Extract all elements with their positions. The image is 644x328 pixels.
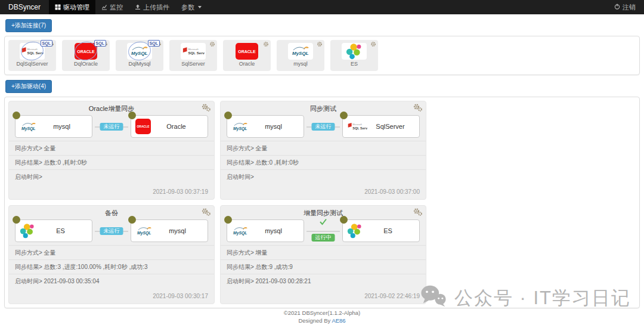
status-dot (224, 216, 232, 224)
svg-text:MySQL: MySQL (233, 230, 247, 235)
svg-text:MySQL: MySQL (233, 126, 247, 131)
watermark: 公众号 · IT学习日记 (420, 284, 631, 312)
connection-card-dqlsqlserver[interactable]: Microsoft SQL Server SQL DqlSqlServer (8, 40, 56, 71)
svg-text:SQL Server: SQL Server (352, 126, 367, 130)
connection-card-oracle[interactable]: ORACLE Oracle (223, 40, 271, 71)
connection-card-mysql[interactable]: MySQL mysql (277, 40, 324, 71)
gear-icon[interactable] (209, 41, 215, 48)
status-dot (128, 112, 136, 119)
svg-text:Microsoft: Microsoft (352, 123, 362, 126)
source-connector[interactable]: MySQL mysql (227, 219, 304, 242)
nav-item-monitor[interactable]: 监控 (95, 0, 129, 14)
driver-title: 同步测试 (221, 104, 426, 113)
sqlserver-logo-icon: MicrosoftSQL Server (347, 122, 367, 131)
svg-text:MySQL: MySQL (21, 126, 35, 131)
sql-badge: SQL (148, 40, 160, 47)
driver-card-oracle-incremental[interactable]: Oracle增量同步 MySQL mysql ORACLE Oracle (8, 101, 215, 200)
mapping-flow: MySQL mysql MicrosoftSQL Server SqlServe… (227, 113, 420, 141)
mysql-logo-icon: MySQL (231, 122, 249, 132)
status-dot (340, 112, 348, 119)
add-connection-button[interactable]: +添加连接(7) (5, 19, 52, 32)
sql-badge: SQL (94, 40, 106, 47)
nav-item-upload-plugin[interactable]: 上传插件 (129, 0, 175, 14)
target-connector[interactable]: ORACLE Oracle (131, 115, 208, 138)
gears-icon[interactable] (202, 104, 210, 113)
logout-button[interactable]: 注销 (606, 0, 644, 14)
mysql-logo-icon: MySQL (135, 226, 153, 236)
driver-card-sync-test[interactable]: 同步测试 MySQL mysql MicrosoftSQL Server Sql… (220, 101, 426, 200)
mapping-flow: ES MySQL mysql 未运行 (15, 218, 208, 245)
wechat-icon (420, 284, 447, 312)
start-time-row: 启动时间> 2021-09-03 00:28:21 (221, 274, 426, 288)
mysql-logo-icon: MySQL (231, 226, 249, 236)
mysql-logo-icon: MySQL SQL (127, 43, 152, 60)
svg-text:MySQL: MySQL (137, 230, 151, 235)
page: { "navbar": { "brand": "DBSyncer", "item… (0, 0, 644, 328)
add-driver-button[interactable]: +添加驱动(4) (5, 80, 52, 93)
oracle-logo-icon: ORACLE (135, 119, 151, 134)
sync-mode-row: 同步方式> 全量 (9, 141, 214, 155)
gears-icon[interactable] (202, 208, 210, 217)
state-badge: 未运行 (100, 123, 123, 131)
driver-card-incremental-test[interactable]: 增量同步测试 MySQL mysql ES (220, 205, 426, 304)
target-name: ES (363, 227, 419, 234)
oracle-logo-icon: ORACLE (234, 43, 259, 60)
footer: ©2021 DBSyncer(1.1.2-Alpha) Designed By … (0, 309, 644, 324)
gear-icon[interactable] (317, 41, 323, 48)
nav-item-label: 参数 (181, 3, 194, 12)
start-time-row: 启动时间> 2021-09-03 00:35:04 (9, 274, 214, 288)
gears-icon[interactable] (413, 104, 422, 113)
mysql-logo-icon: MySQL (20, 122, 38, 132)
nav-item-drivers[interactable]: 驱动管理 (49, 0, 95, 14)
connection-card-dqlmysql[interactable]: MySQL SQL DqlMysql (116, 40, 163, 71)
power-icon (614, 4, 620, 11)
nav-item-label: 上传插件 (143, 3, 169, 12)
elasticsearch-logo-icon (347, 223, 363, 239)
source-connector[interactable]: MySQL mysql (15, 115, 92, 138)
connection-card-es[interactable]: ES (330, 40, 378, 71)
target-connector[interactable]: ES (342, 219, 420, 242)
connection-name: Oracle (223, 61, 271, 67)
chart-icon (101, 4, 107, 10)
connection-name: ES (330, 61, 378, 67)
gear-icon[interactable] (263, 41, 269, 48)
mapping-flow: MySQL mysql ES 运行中 (227, 218, 420, 245)
logout-label: 注销 (623, 3, 636, 12)
brand-logo[interactable]: DBSyncer (0, 0, 49, 14)
nav-item-params[interactable]: 参数 (175, 0, 208, 14)
navbar: DBSyncer 驱动管理 监控 上传插件 参数 注销 (0, 0, 644, 14)
connection-card-sqlserver[interactable]: Microsoft SQL Server SqlServer (169, 40, 217, 71)
connection-list: Microsoft SQL Server SQL DqlSqlServer OR… (8, 40, 636, 71)
svg-text:SQL Server: SQL Server (27, 51, 44, 55)
sync-mode-row: 同步方式> 全量 (9, 245, 214, 259)
create-timestamp: 2021-09-02 22:46:19 (221, 288, 426, 304)
driver-card-backup[interactable]: 备份 ES MySQL mysql 未运行 (8, 205, 215, 304)
svg-text:SQL Server: SQL Server (188, 51, 205, 55)
nav-item-label: 驱动管理 (63, 3, 89, 12)
mapping-flow: MySQL mysql ORACLE Oracle 未运行 (15, 113, 208, 141)
source-connector[interactable]: MySQL mysql (227, 115, 304, 138)
status-dot (224, 112, 232, 119)
target-connector[interactable]: MySQL mysql (131, 219, 208, 242)
sqlserver-logo-icon: Microsoft SQL Server (181, 43, 206, 60)
connection-card-dqloracle[interactable]: ORACLE SQL DqlOracle (62, 40, 110, 71)
caret-down-icon (198, 6, 202, 8)
status-dot (128, 216, 136, 224)
driver-title: Oracle增量同步 (9, 104, 214, 113)
designed-by-text: Designed By (298, 317, 330, 324)
create-timestamp: 2021-09-03 00:37:19 (9, 184, 214, 199)
watermark-text: 公众号 · IT学习日记 (454, 286, 631, 311)
author-link[interactable]: AE86 (332, 317, 345, 324)
driver-title: 增量同步测试 (221, 209, 426, 218)
create-timestamp: 2021-09-03 00:37:00 (221, 184, 426, 199)
gear-icon[interactable] (370, 41, 376, 48)
nav-item-label: 监控 (110, 3, 123, 12)
target-connector[interactable]: MicrosoftSQL Server SqlServer (342, 115, 420, 138)
gears-icon[interactable] (413, 208, 422, 217)
status-dot (13, 112, 20, 119)
upload-icon (135, 4, 141, 10)
target-name: Oracle (151, 123, 208, 130)
connection-name: mysql (277, 61, 324, 67)
source-connector[interactable]: ES (15, 219, 92, 242)
connection-name: DqlOracle (62, 61, 110, 67)
